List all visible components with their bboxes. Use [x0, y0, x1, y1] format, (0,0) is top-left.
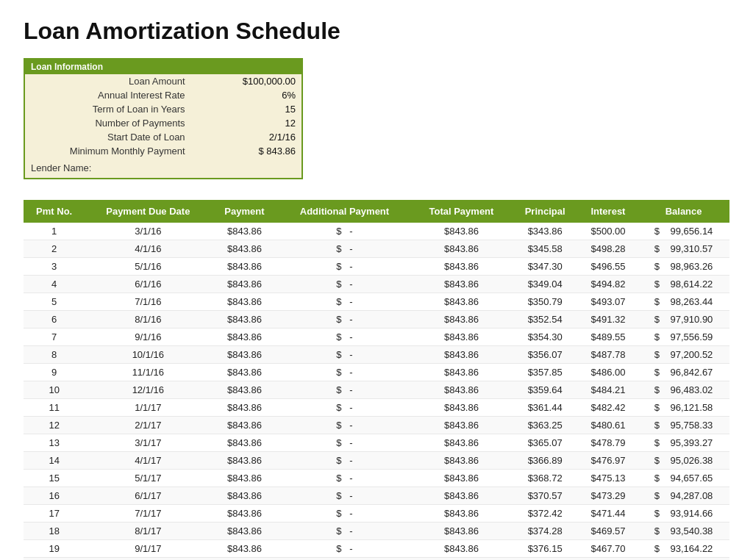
- pmt-no: 8: [24, 346, 85, 364]
- payment-amount: $843.86: [211, 523, 277, 540]
- table-row: 17 7/1/17 $843.86 $ - $843.86 $372.42 $4…: [24, 505, 729, 523]
- additional-payment: $ -: [278, 364, 412, 381]
- additional-payment: $ -: [278, 293, 412, 311]
- loan-info-value: $ 843.86: [191, 144, 301, 158]
- table-row: 18 8/1/17 $843.86 $ - $843.86 $374.28 $4…: [24, 523, 729, 540]
- total-payment: $843.86: [411, 311, 511, 329]
- table-row: 9 11/1/16 $843.86 $ - $843.86 $357.85 $4…: [24, 364, 729, 381]
- interest: $491.32: [579, 311, 638, 329]
- interest: $500.00: [579, 223, 638, 240]
- interest: $489.55: [579, 329, 638, 346]
- table-column-header: Principal: [512, 200, 579, 223]
- payment-amount: $843.86: [211, 381, 277, 399]
- principal: $372.42: [512, 505, 579, 523]
- pmt-no: 3: [24, 258, 85, 276]
- payment-date: 10/1/16: [85, 346, 211, 364]
- principal: $374.28: [512, 523, 579, 540]
- principal: $354.30: [512, 329, 579, 346]
- total-payment: $843.86: [411, 329, 511, 346]
- table-header-row: Pmt No.Payment Due DatePaymentAdditional…: [24, 200, 729, 223]
- balance: $ 93,914.66: [638, 505, 729, 523]
- interest: $487.78: [579, 346, 638, 364]
- interest: $493.07: [579, 293, 638, 311]
- table-row: 19 9/1/17 $843.86 $ - $843.86 $376.15 $4…: [24, 540, 729, 558]
- interest: $482.42: [579, 399, 638, 417]
- principal: $357.85: [512, 364, 579, 381]
- total-payment: $843.86: [411, 223, 511, 240]
- principal: $347.30: [512, 258, 579, 276]
- total-payment: $843.86: [411, 276, 511, 293]
- payment-date: 8/1/16: [85, 311, 211, 329]
- principal: $366.89: [512, 452, 579, 470]
- table-row: 5 7/1/16 $843.86 $ - $843.86 $350.79 $49…: [24, 293, 729, 311]
- table-row: 3 5/1/16 $843.86 $ - $843.86 $347.30 $49…: [24, 258, 729, 276]
- total-payment: $843.86: [411, 258, 511, 276]
- balance: $ 98,263.44: [638, 293, 729, 311]
- interest: $473.29: [579, 487, 638, 505]
- total-payment: $843.86: [411, 417, 511, 434]
- payment-date: 7/1/17: [85, 505, 211, 523]
- pmt-no: 13: [24, 434, 85, 452]
- total-payment: $843.86: [411, 364, 511, 381]
- amortization-table: Pmt No.Payment Due DatePaymentAdditional…: [24, 200, 729, 560]
- payment-amount: $843.86: [211, 417, 277, 434]
- table-row: 2 4/1/16 $843.86 $ - $843.86 $345.58 $49…: [24, 240, 729, 258]
- pmt-no: 17: [24, 505, 85, 523]
- table-column-header: Additional Payment: [278, 200, 412, 223]
- additional-payment: $ -: [278, 223, 412, 240]
- additional-payment: $ -: [278, 258, 412, 276]
- total-payment: $843.86: [411, 399, 511, 417]
- principal: $352.54: [512, 311, 579, 329]
- table-column-header: Balance: [638, 200, 729, 223]
- additional-payment: $ -: [278, 558, 412, 561]
- payment-amount: $843.86: [211, 399, 277, 417]
- page-title: Loan Amortization Schedule: [24, 18, 729, 45]
- total-payment: $843.86: [411, 505, 511, 523]
- table-row: 14 4/1/17 $843.86 $ - $843.86 $366.89 $4…: [24, 452, 729, 470]
- pmt-no: 20: [24, 558, 85, 561]
- interest: $471.44: [579, 505, 638, 523]
- loan-info-value: $100,000.00: [191, 74, 301, 88]
- additional-payment: $ -: [278, 381, 412, 399]
- pmt-no: 15: [24, 470, 85, 487]
- table-column-header: Interest: [579, 200, 638, 223]
- balance: $ 96,121.58: [638, 399, 729, 417]
- interest: $480.61: [579, 417, 638, 434]
- total-payment: $843.86: [411, 540, 511, 558]
- balance: $ 98,963.26: [638, 258, 729, 276]
- payment-amount: $843.86: [211, 311, 277, 329]
- pmt-no: 7: [24, 329, 85, 346]
- balance: $ 93,164.22: [638, 540, 729, 558]
- pmt-no: 5: [24, 293, 85, 311]
- loan-info-label: Term of Loan in Years: [25, 102, 191, 116]
- total-payment: $843.86: [411, 381, 511, 399]
- payment-date: 3/1/16: [85, 223, 211, 240]
- interest: $469.57: [579, 523, 638, 540]
- total-payment: $843.86: [411, 346, 511, 364]
- balance: $ 95,758.33: [638, 417, 729, 434]
- payment-date: 12/1/16: [85, 381, 211, 399]
- payment-amount: $843.86: [211, 293, 277, 311]
- loan-info-table: Loan Amount$100,000.00Annual Interest Ra…: [25, 74, 301, 158]
- pmt-no: 12: [24, 417, 85, 434]
- loan-info-label: Loan Amount: [25, 74, 191, 88]
- payment-amount: $843.86: [211, 223, 277, 240]
- payment-date: 1/1/17: [85, 399, 211, 417]
- balance: $ 95,026.38: [638, 452, 729, 470]
- balance: $ 96,483.02: [638, 381, 729, 399]
- total-payment: $843.86: [411, 487, 511, 505]
- principal: $378.04: [512, 558, 579, 561]
- loan-info-value: 6%: [191, 88, 301, 102]
- balance: $ 99,310.57: [638, 240, 729, 258]
- table-row: 8 10/1/16 $843.86 $ - $843.86 $356.07 $4…: [24, 346, 729, 364]
- additional-payment: $ -: [278, 329, 412, 346]
- additional-payment: $ -: [278, 505, 412, 523]
- interest: $498.28: [579, 240, 638, 258]
- principal: $365.07: [512, 434, 579, 452]
- interest: $496.55: [579, 258, 638, 276]
- payment-amount: $843.86: [211, 329, 277, 346]
- loan-info-label: Annual Interest Rate: [25, 88, 191, 102]
- table-row: 12 2/1/17 $843.86 $ - $843.86 $363.25 $4…: [24, 417, 729, 434]
- additional-payment: $ -: [278, 276, 412, 293]
- table-row: 16 6/1/17 $843.86 $ - $843.86 $370.57 $4…: [24, 487, 729, 505]
